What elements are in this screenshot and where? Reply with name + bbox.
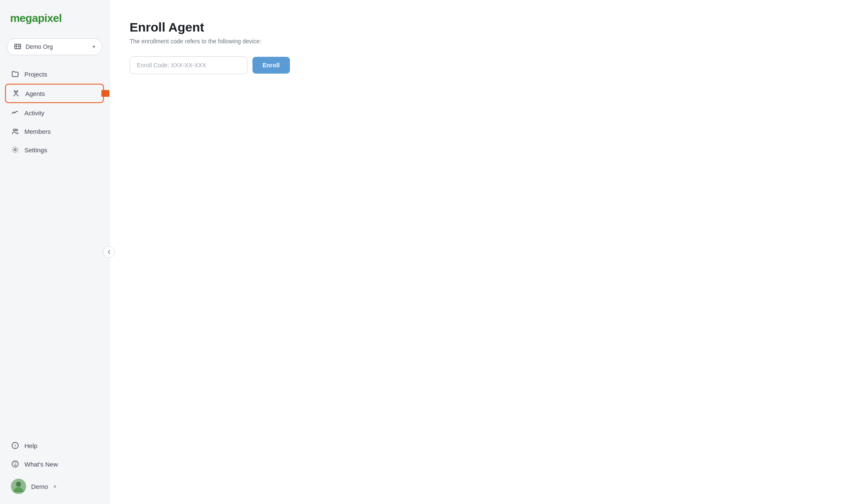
whats-new-label: What's New bbox=[24, 461, 58, 468]
svg-point-6 bbox=[14, 149, 16, 151]
sidebar-item-whats-new[interactable]: What's New bbox=[5, 455, 104, 473]
svg-point-5 bbox=[16, 129, 18, 131]
main-inner: Enroll Agent The enrollment code refers … bbox=[109, 0, 855, 94]
user-chevron-icon: ∧ bbox=[53, 483, 57, 489]
svg-point-11 bbox=[16, 462, 17, 463]
sidebar: megapixel Demo Org ▾ Projects bbox=[0, 0, 109, 504]
svg-point-2 bbox=[14, 90, 15, 91]
sidebar-collapse-button[interactable] bbox=[103, 246, 115, 258]
agents-label: Agents bbox=[25, 90, 45, 97]
sidebar-item-projects[interactable]: Projects bbox=[5, 65, 104, 83]
projects-label: Projects bbox=[24, 71, 47, 78]
org-selector[interactable]: Demo Org ▾ bbox=[7, 38, 102, 55]
settings-icon bbox=[11, 146, 19, 154]
sidebar-item-members[interactable]: Members bbox=[5, 122, 104, 140]
sidebar-item-help[interactable]: ? Help bbox=[5, 437, 104, 454]
activity-label: Activity bbox=[24, 109, 45, 117]
svg-point-4 bbox=[13, 129, 16, 131]
help-icon: ? bbox=[11, 441, 19, 450]
folder-icon bbox=[11, 70, 19, 78]
sidebar-item-agents[interactable]: Agents bbox=[5, 84, 104, 103]
svg-text:?: ? bbox=[14, 443, 16, 448]
app-logo: megapixel bbox=[10, 12, 62, 24]
svg-point-1 bbox=[15, 91, 17, 93]
page-title: Enroll Agent bbox=[130, 20, 835, 34]
svg-point-3 bbox=[17, 90, 18, 91]
members-label: Members bbox=[24, 128, 51, 135]
user-name: Demo bbox=[31, 483, 48, 490]
members-icon bbox=[11, 127, 19, 135]
agents-icon bbox=[12, 89, 20, 98]
page-subtitle: The enrollment code refers to the follow… bbox=[130, 38, 835, 45]
nav-items: Projects Agents bbox=[0, 64, 109, 435]
sidebar-item-activity[interactable]: Activity bbox=[5, 104, 104, 122]
svg-point-10 bbox=[13, 462, 14, 463]
user-section[interactable]: Demo ∧ bbox=[5, 474, 104, 499]
enroll-button[interactable]: Enroll bbox=[252, 57, 290, 74]
avatar-image bbox=[11, 479, 26, 494]
settings-label: Settings bbox=[24, 146, 47, 154]
activity-icon bbox=[11, 109, 19, 117]
org-icon bbox=[14, 43, 21, 50]
org-name: Demo Org bbox=[26, 43, 88, 50]
main-content: Enroll Agent The enrollment code refers … bbox=[109, 0, 855, 504]
sidebar-item-settings[interactable]: Settings bbox=[5, 141, 104, 159]
chevron-down-icon: ▾ bbox=[93, 44, 95, 50]
avatar bbox=[11, 479, 26, 494]
enroll-form: Enroll bbox=[130, 56, 835, 74]
svg-point-13 bbox=[16, 482, 21, 487]
whats-new-icon bbox=[11, 460, 19, 468]
nav-bottom: ? Help What's New bbox=[0, 435, 109, 504]
enroll-code-input[interactable] bbox=[130, 56, 247, 74]
help-label: Help bbox=[24, 442, 37, 449]
logo-area: megapixel bbox=[0, 0, 109, 35]
